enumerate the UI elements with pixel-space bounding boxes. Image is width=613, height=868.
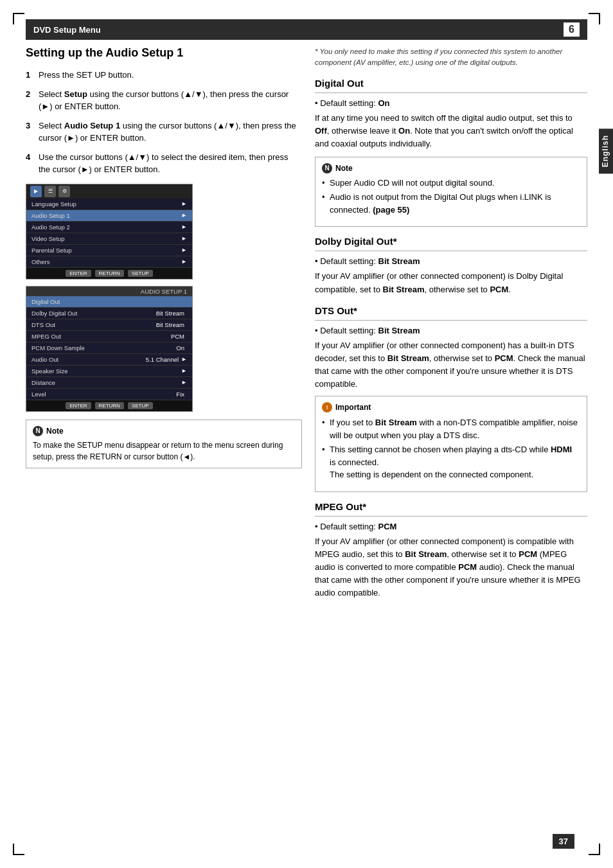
screen1-icon-setup: ⚙ bbox=[58, 186, 70, 197]
step-number: 3 bbox=[26, 120, 35, 145]
left-column: Setting up the Audio Setup 1 1Press the … bbox=[26, 46, 302, 605]
screen2-row: MPEG OutPCM bbox=[26, 331, 192, 342]
page-container: English DVD Setup Menu 6 Setting up the … bbox=[0, 0, 613, 868]
screen2-row: PCM Down SampleOn bbox=[26, 342, 192, 354]
section-separator bbox=[315, 516, 587, 517]
left-note-text: To make the SETUP menu disappear or retu… bbox=[33, 439, 295, 463]
corner-mark-bl bbox=[13, 844, 24, 855]
default-setting: • Default setting: Bit Stream bbox=[315, 256, 587, 266]
important-bullet: This setting cannot be chosen when playi… bbox=[322, 443, 580, 481]
screen2-row: DTS OutBit Stream bbox=[26, 319, 192, 331]
section-title-dolby-digital-out: Dolby Digital Out* bbox=[315, 236, 587, 247]
left-note-box: N Note To make the SETUP menu disappear … bbox=[26, 420, 302, 468]
step-number: 1 bbox=[26, 69, 35, 82]
screen1-row: Others► bbox=[26, 256, 192, 268]
steps-list: 1Press the SET UP button.2Select Setup u… bbox=[26, 69, 302, 176]
screen1: ▶ ☰ ⚙ Language Setup►Audio Setup 1►Audio… bbox=[26, 184, 193, 279]
step-text: Press the SET UP button. bbox=[39, 69, 302, 82]
step-text: Select Audio Setup 1 using the cursor bu… bbox=[39, 120, 302, 145]
screen2-btn-return: RETURN bbox=[95, 402, 124, 409]
note-icon: N bbox=[33, 426, 43, 436]
section-separator bbox=[315, 251, 587, 251]
page-heading: Setting up the Audio Setup 1 bbox=[26, 46, 302, 60]
right-sections: Digital Out• Default setting: OnIf at an… bbox=[315, 78, 587, 600]
step-text: Select Setup using the cursor buttons (▲… bbox=[39, 88, 302, 113]
page-number: 37 bbox=[553, 834, 574, 849]
screen2-row: Digital Out bbox=[26, 296, 192, 308]
step-item: 3Select Audio Setup 1 using the cursor b… bbox=[26, 120, 302, 145]
screen1-btn-setup: SETUP bbox=[128, 270, 153, 277]
screen1-row: Video Setup► bbox=[26, 233, 192, 245]
step-number: 2 bbox=[26, 88, 35, 113]
screen2-btn-enter: ENTER bbox=[66, 402, 91, 409]
chapter-number: 6 bbox=[564, 22, 580, 37]
screen2-row: LevelFix bbox=[26, 389, 192, 400]
screen1-row: Audio Setup 2► bbox=[26, 222, 192, 233]
step-item: 2Select Setup using the cursor buttons (… bbox=[26, 88, 302, 113]
screen1-btn-return: RETURN bbox=[95, 270, 124, 277]
screen1-row: Parental Setup► bbox=[26, 245, 192, 256]
right-column: * You only need to make this setting if … bbox=[315, 46, 587, 605]
screen2-row: Dolby Digital OutBit Stream bbox=[26, 308, 192, 319]
side-tab-english: English bbox=[599, 128, 613, 173]
step-item: 1Press the SET UP button. bbox=[26, 69, 302, 82]
step-item: 4Use the cursor buttons (▲/▼) to select … bbox=[26, 151, 302, 176]
screen-container: ▶ ☰ ⚙ Language Setup►Audio Setup 1►Audio… bbox=[26, 184, 302, 412]
left-note-title: N Note bbox=[33, 425, 295, 437]
default-setting: • Default setting: On bbox=[315, 98, 587, 108]
default-setting: • Default setting: Bit Stream bbox=[315, 326, 587, 335]
section-body-text: If at any time you need to switch off th… bbox=[315, 112, 587, 150]
section-dolby-digital-out: Dolby Digital Out*• Default setting: Bit… bbox=[315, 236, 587, 296]
section-title-digital-out: Digital Out bbox=[315, 78, 587, 89]
default-setting: • Default setting: PCM bbox=[315, 522, 587, 531]
header-bar: DVD Setup Menu 6 bbox=[26, 19, 587, 40]
screen2-rows: Digital OutDolby Digital OutBit StreamDT… bbox=[26, 296, 192, 400]
section-title-mpeg-out: MPEG Out* bbox=[315, 501, 587, 512]
corner-mark-tr bbox=[589, 13, 600, 24]
note-bullet: Audio is not output from the Digital Out… bbox=[322, 191, 580, 216]
step-text: Use the cursor buttons (▲/▼) to select t… bbox=[39, 151, 302, 176]
important-title: !Important bbox=[322, 402, 580, 413]
screen2-header: AUDIO SETUP 1 bbox=[26, 287, 192, 296]
important-box-dts-out: !ImportantIf you set to Bit Stream with … bbox=[315, 396, 587, 492]
section-body-text: If your AV amplifier (or other connected… bbox=[315, 270, 587, 296]
screen2-row: Audio Out5.1 Channel► bbox=[26, 354, 192, 366]
section-body-text: If your AV amplifier (or other connected… bbox=[315, 535, 587, 600]
screen1-row: Language Setup► bbox=[26, 199, 192, 210]
section-body-text: If your AV amplifier (or other connected… bbox=[315, 339, 587, 391]
screen1-rows: Language Setup►Audio Setup 1►Audio Setup… bbox=[26, 199, 192, 268]
note-bullet: Super Audio CD will not output digital s… bbox=[322, 177, 580, 190]
content-area: Setting up the Audio Setup 1 1Press the … bbox=[26, 46, 587, 605]
screen1-icon-disc: ▶ bbox=[30, 186, 42, 197]
section-digital-out: Digital Out• Default setting: OnIf at an… bbox=[315, 78, 587, 227]
section-separator bbox=[315, 320, 587, 321]
note-icon: N bbox=[322, 163, 332, 173]
corner-mark-br bbox=[589, 844, 600, 855]
important-icon: ! bbox=[322, 402, 332, 412]
note-title: NNote bbox=[322, 163, 580, 174]
section-dts-out: DTS Out*• Default setting: Bit StreamIf … bbox=[315, 305, 587, 492]
screen1-btn-enter: ENTER bbox=[66, 270, 91, 277]
important-bullet: If you set to Bit Stream with a non-DTS … bbox=[322, 416, 580, 441]
screen2: AUDIO SETUP 1 Digital OutDolby Digital O… bbox=[26, 286, 193, 412]
intro-note: * You only need to make this setting if … bbox=[315, 46, 587, 69]
screen2-row: Speaker Size► bbox=[26, 366, 192, 377]
section-separator bbox=[315, 93, 587, 93]
note-box-digital-out: NNoteSuper Audio CD will not output digi… bbox=[315, 157, 587, 227]
screen1-icon-menu: ☰ bbox=[44, 186, 56, 197]
section-title-dts-out: DTS Out* bbox=[315, 305, 587, 316]
corner-mark-tl bbox=[13, 13, 24, 24]
screen1-row: Audio Setup 1► bbox=[26, 210, 192, 222]
step-number: 4 bbox=[26, 151, 35, 176]
screen2-btn-setup: SETUP bbox=[128, 402, 153, 409]
section-mpeg-out: MPEG Out*• Default setting: PCMIf your A… bbox=[315, 501, 587, 600]
screen2-row: Distance► bbox=[26, 377, 192, 389]
screen2-footer: ENTER RETURN SETUP bbox=[26, 400, 192, 411]
screen1-footer: ENTER RETURN SETUP bbox=[26, 268, 192, 279]
header-title: DVD Setup Menu bbox=[33, 25, 101, 35]
